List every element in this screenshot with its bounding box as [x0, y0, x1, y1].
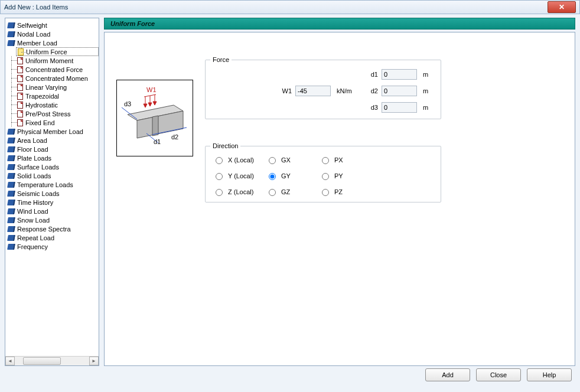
- page-icon: [17, 119, 23, 126]
- book-icon: [7, 235, 15, 241]
- force-legend: Force: [210, 56, 232, 63]
- tree-item-repeat-load[interactable]: Repeat Load: [6, 233, 99, 242]
- window-title: Add New : Load Items: [4, 4, 68, 11]
- tree-item-surface-loads[interactable]: Surface Loads: [6, 162, 99, 171]
- close-button[interactable]: Close: [476, 368, 521, 381]
- d2-input[interactable]: [382, 86, 417, 96]
- scroll-left-button[interactable]: ◄: [5, 357, 15, 365]
- svg-marker-11: [153, 102, 157, 105]
- tree-item-snow-load[interactable]: Snow Load: [6, 215, 99, 224]
- diagram-label-d2: d2: [171, 133, 178, 141]
- tree-hscrollbar[interactable]: ◄ ►: [5, 356, 99, 365]
- w1-label: W1: [275, 87, 292, 94]
- diagram-label-w1: W1: [146, 86, 157, 93]
- book-icon: [7, 191, 15, 197]
- direction-group: Direction X (Local) GX PX Y (Local) GY P…: [205, 142, 441, 202]
- panel-title: Uniform Force: [104, 18, 575, 30]
- d2-label: d2: [364, 87, 378, 94]
- tree-item-response-spectra[interactable]: Response Spectra: [6, 224, 99, 233]
- tree-item-hydrostatic[interactable]: Hydrostatic: [6, 100, 99, 109]
- add-button[interactable]: Add: [425, 368, 470, 381]
- book-icon: [7, 22, 15, 28]
- close-icon: ✕: [559, 4, 565, 11]
- diagram-label-d3: d3: [124, 100, 131, 107]
- page-icon: [17, 93, 23, 100]
- content-pane: W1 d3 d1 d2 Force d1 m: [104, 32, 575, 366]
- scroll-right-button[interactable]: ►: [89, 357, 99, 365]
- radio-gx[interactable]: GX: [266, 155, 319, 164]
- help-button[interactable]: Help: [527, 368, 572, 381]
- load-type-tree: Selfweight Nodal Load Member Load Unifor…: [5, 18, 99, 366]
- tree-item-plate-loads[interactable]: Plate Loads: [6, 153, 99, 162]
- radio-py[interactable]: PY: [319, 171, 372, 180]
- radio-gy[interactable]: GY: [266, 171, 319, 180]
- tree-item-solid-loads[interactable]: Solid Loads: [6, 171, 99, 180]
- scroll-thumb[interactable]: [23, 357, 61, 365]
- d1-label: d1: [364, 71, 378, 78]
- page-icon: [17, 84, 23, 91]
- tree-item-selfweight[interactable]: Selfweight: [6, 21, 99, 30]
- direction-legend: Direction: [210, 142, 240, 149]
- svg-marker-9: [148, 103, 152, 106]
- tree-item-pre-post-stress[interactable]: Pre/Post Stress: [6, 109, 99, 118]
- tree-item-uniform-moment[interactable]: Uniform Moment: [6, 56, 99, 65]
- tree-body: Selfweight Nodal Load Member Load Unifor…: [5, 18, 99, 356]
- book-icon: [7, 208, 15, 214]
- tree-item-concentrated-force[interactable]: Concentrated Force: [6, 65, 99, 74]
- book-icon: [7, 217, 15, 223]
- page-icon: [17, 66, 23, 73]
- book-icon: [7, 244, 15, 250]
- book-icon: [7, 31, 15, 37]
- tree-item-fixed-end[interactable]: Fixed End: [6, 118, 99, 127]
- titlebar: Add New : Load Items ✕: [0, 0, 580, 14]
- scroll-track[interactable]: [15, 357, 89, 365]
- tree-item-wind-load[interactable]: Wind Load: [6, 207, 99, 215]
- book-icon: [7, 226, 15, 232]
- tree-item-time-history[interactable]: Time History: [6, 198, 99, 207]
- book-icon: [7, 200, 15, 205]
- load-diagram: W1 d3 d1 d2: [116, 80, 193, 156]
- tree-item-area-load[interactable]: Area Load: [6, 136, 99, 145]
- book-icon: [7, 164, 15, 170]
- tree-item-nodal-load[interactable]: Nodal Load: [6, 30, 99, 38]
- tree-item-concentrated-moment[interactable]: Concentrated Momen: [6, 74, 99, 83]
- book-icon: [7, 129, 15, 135]
- tree-item-uniform-force[interactable]: Uniform Force: [16, 47, 99, 56]
- book-icon: [7, 182, 15, 188]
- book-icon: [7, 138, 15, 143]
- svg-marker-7: [144, 104, 147, 107]
- w1-input[interactable]: [295, 86, 331, 96]
- page-icon: [17, 110, 23, 117]
- svg-marker-2: [152, 116, 158, 136]
- radio-px[interactable]: PX: [319, 155, 372, 164]
- radio-y-local[interactable]: Y (Local): [213, 171, 266, 180]
- radio-x-local[interactable]: X (Local): [213, 155, 266, 164]
- w1-unit: kN/m: [337, 87, 360, 94]
- d3-unit: m: [423, 104, 434, 111]
- book-icon: [7, 146, 15, 152]
- radio-z-local[interactable]: Z (Local): [213, 187, 266, 196]
- force-group: Force d1 m W1 kN/m d2 m: [205, 56, 441, 119]
- book-icon: [7, 155, 15, 161]
- close-window-button[interactable]: ✕: [548, 1, 576, 13]
- d1-unit: m: [423, 71, 434, 78]
- tree-item-trapezoidal[interactable]: Trapezoidal: [6, 92, 99, 100]
- tree-item-physical-member-load[interactable]: Physical Member Load: [6, 127, 99, 136]
- tree-item-seismic-loads[interactable]: Seismic Loads: [6, 189, 99, 198]
- tree-item-floor-load[interactable]: Floor Load: [6, 145, 99, 153]
- d3-input[interactable]: [382, 102, 417, 113]
- page-selected-icon: [18, 48, 24, 55]
- tree-item-frequency[interactable]: Frequency: [6, 242, 99, 251]
- radio-gz[interactable]: GZ: [266, 187, 319, 196]
- tree-item-member-load[interactable]: Member Load: [6, 38, 99, 47]
- tree-item-temperature-loads[interactable]: Temperature Loads: [6, 180, 99, 189]
- book-icon: [7, 40, 15, 46]
- d2-unit: m: [423, 87, 434, 94]
- tree-item-linear-varying[interactable]: Linear Varying: [6, 83, 99, 92]
- radio-pz[interactable]: PZ: [319, 187, 372, 196]
- d3-label: d3: [364, 104, 378, 111]
- page-icon: [17, 102, 23, 109]
- dialog-footer: Add Close Help: [5, 366, 575, 384]
- book-icon: [7, 173, 15, 179]
- d1-input[interactable]: [382, 69, 417, 80]
